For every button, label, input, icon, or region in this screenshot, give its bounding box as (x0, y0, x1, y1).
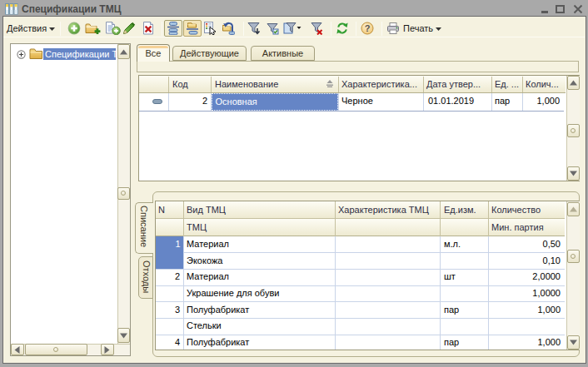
svg-text:?: ? (365, 23, 371, 33)
